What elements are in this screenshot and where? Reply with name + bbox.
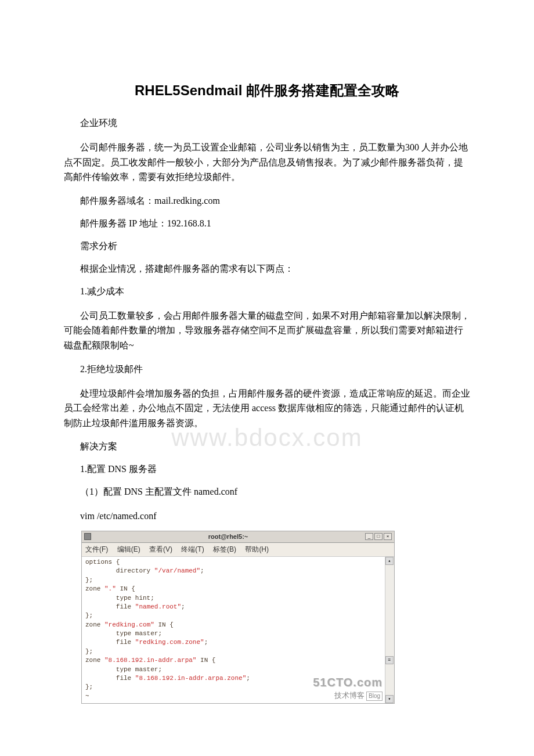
paragraph-domain: 邮件服务器域名：mail.redking.com — [80, 195, 470, 207]
menu-edit[interactable]: 编辑(E) — [117, 545, 140, 553]
logo-subtitle: 技术博客 — [334, 691, 365, 700]
logo-51cto: 51CTO.com — [313, 674, 383, 690]
section-env-heading: 企业环境 — [80, 117, 470, 129]
terminal-icon — [84, 533, 91, 540]
heading-cost: 1.减少成本 — [80, 286, 470, 298]
paragraph-vim: vim /etc/named.conf — [80, 509, 470, 524]
heading-spam: 2.拒绝垃圾邮件 — [80, 363, 470, 376]
terminal-body: ▴ ≡ ▾ options { directory "/var/named"; … — [82, 557, 394, 703]
paragraph-cost: 公司员工数量较多，会占用邮件服务器大量的磁盘空间，如果不对用户邮箱容量加以解决限… — [64, 308, 470, 353]
paragraph-ip: 邮件服务器 IP 地址：192.168.8.1 — [80, 218, 470, 230]
scroll-up-icon[interactable]: ▴ — [385, 557, 394, 565]
heading-dns: 1.配置 DNS 服务器 — [80, 463, 470, 476]
section-req-heading: 需求分析 — [80, 240, 470, 253]
scrollbar[interactable]: ▴ ≡ ▾ — [385, 557, 394, 703]
terminal-title-text: root@rhel5:~ — [91, 533, 365, 540]
paragraph-spam: 处理垃圾邮件会增加服务器的负担，占用邮件服务器的硬件资源，造成正常响应的延迟。而… — [64, 386, 470, 431]
paragraph-req-intro: 根据企业情况，搭建邮件服务器的需求有以下两点： — [80, 263, 470, 275]
paragraph-dns-conf: （1）配置 DNS 主配置文件 named.conf — [80, 486, 470, 498]
maximize-button[interactable]: □ — [374, 533, 383, 540]
scroll-down-icon[interactable]: ▾ — [385, 695, 394, 703]
minimize-button[interactable]: _ — [365, 533, 373, 540]
menu-tabs[interactable]: 标签(B) — [213, 545, 236, 553]
terminal-menubar: 文件(F) 编辑(E) 查看(V) 终端(T) 标签(B) 帮助(H) — [82, 543, 394, 557]
logo-blog: Blog — [366, 692, 383, 701]
menu-file[interactable]: 文件(F) — [85, 545, 108, 553]
terminal-titlebar: root@rhel5:~ _ □ × — [82, 531, 394, 543]
section-sol-heading: 解决方案 — [80, 441, 470, 453]
scroll-thumb[interactable]: ≡ — [385, 656, 394, 664]
corner-logo: 51CTO.com 技术博客 Blog — [313, 674, 383, 701]
menu-view[interactable]: 查看(V) — [149, 545, 172, 553]
page-title: RHEL5Sendmail 邮件服务搭建配置全攻略 — [64, 81, 470, 100]
paragraph-company: 公司邮件服务器，统一为员工设置企业邮箱，公司业务以销售为主，员工数量为300 人… — [64, 140, 470, 185]
terminal-window: root@rhel5:~ _ □ × 文件(F) 编辑(E) 查看(V) 终端(… — [81, 531, 395, 704]
menu-help[interactable]: 帮助(H) — [245, 545, 269, 553]
window-buttons: _ □ × — [365, 533, 392, 540]
menu-terminal[interactable]: 终端(T) — [181, 545, 204, 553]
close-button[interactable]: × — [384, 533, 392, 540]
